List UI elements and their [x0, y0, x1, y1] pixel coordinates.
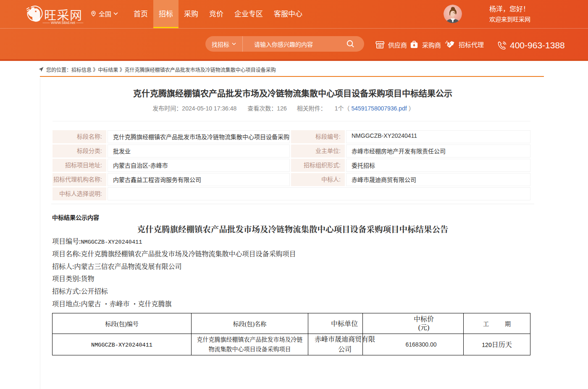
svg-text:—— WWW.5ibid.net ——: —— WWW.5ibid.net ——: [43, 21, 84, 25]
